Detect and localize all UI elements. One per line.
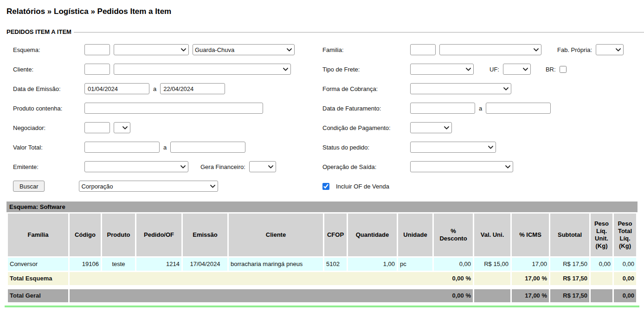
total-geral-desconto: 0,00 % — [70, 289, 473, 302]
gera-financeiro-select[interactable] — [249, 161, 276, 172]
operacao-saida-select[interactable] — [410, 161, 513, 172]
total-esquema-label: Total Esquema — [8, 272, 68, 285]
column-header-quantidade: Quantidade — [348, 214, 397, 256]
tipo-frete-select[interactable] — [410, 64, 474, 75]
esquema-sub-select-wrap: Guarda-Chuva — [193, 44, 295, 55]
cliente-label: Cliente: — [13, 66, 81, 73]
buscar-button[interactable]: Buscar — [13, 181, 45, 192]
column-header-subtotal: Subtotal — [550, 214, 589, 256]
negociador-label: Negociador: — [13, 124, 81, 131]
filter-row-produto-contenha: Produto contenha: — [13, 98, 315, 118]
filter-row-emitente: Emitente: Gera Financeiro: — [13, 157, 315, 176]
filter-row-data-emissao: Data de Emissão: a — [13, 79, 315, 98]
column-header-peso-total-liq: Peso Total Líq. (Kg) — [614, 214, 636, 256]
column-header-desconto: % Desconto — [434, 214, 473, 256]
produto-contenha-label: Produto contenha: — [13, 105, 81, 112]
cell-desconto: 0,00 — [434, 258, 473, 271]
esquema-sub-select[interactable]: Guarda-Chuva — [193, 44, 295, 55]
status-pedido-label: Status do pedido: — [322, 144, 406, 151]
familia-code-input[interactable] — [410, 44, 436, 55]
column-header-row: Família Código Produto Pedido/OF Emissão… — [8, 214, 636, 256]
status-pedido-select[interactable] — [410, 142, 496, 153]
cell-peso-total-liq: 0,00 — [614, 258, 636, 271]
incluir-of-label: Incluir OF de Venda — [336, 183, 389, 190]
data-emissao-from-input[interactable] — [84, 83, 149, 94]
filter-row-forma-cobranca: Forma de Cobrança: — [322, 79, 639, 98]
section-title: PEDIDOS ITEM A ITEM — [6, 28, 71, 35]
corporacao-select-wrap: Corporação — [79, 181, 218, 192]
emitente-select[interactable] — [84, 161, 188, 172]
total-esquema-row: Total Esquema 0,00 % 17,00 % R$ 17,50 0,… — [8, 272, 636, 285]
cell-icms: 17,00 — [512, 258, 549, 271]
fab-propria-select-wrap — [596, 44, 624, 55]
column-header-codigo: Código — [70, 214, 101, 256]
filter-row-status-pedido: Status do pedido: — [322, 137, 639, 157]
range-connector: a — [163, 144, 167, 151]
total-geral-valuni-empty — [474, 289, 510, 302]
cell-val-uni: R$ 15,00 — [474, 258, 510, 271]
esquema-select[interactable] — [114, 44, 189, 55]
total-geral-table: Total Geral 0,00 % 17,00 % R$ 17,50 0,00 — [6, 288, 638, 304]
table-row: Conversor 19106 teste 1214 17/04/2024 bo… — [8, 258, 636, 271]
breadcrumb: Relatórios » Logística » Pedidos Item a … — [6, 6, 638, 16]
filter-row-esquema: Esquema: Guarda-Chuva — [13, 40, 315, 59]
negociador-code-input[interactable] — [84, 122, 110, 133]
column-header-produto: Produto — [102, 214, 135, 256]
cell-unidade: pc — [398, 258, 432, 271]
negociador-select-wrap — [114, 122, 130, 133]
column-header-icms: % ICMS — [512, 214, 549, 256]
br-checkbox[interactable] — [560, 66, 567, 73]
total-esquema-subtotal: R$ 17,50 — [550, 272, 589, 285]
forma-cobranca-select[interactable] — [410, 83, 511, 94]
cell-peso-liq-unit: 0,00 — [591, 258, 612, 271]
total-geral-peso-unit-empty — [591, 289, 612, 302]
fab-propria-label: Fab. Própria: — [557, 46, 592, 53]
condicao-pagamento-select[interactable] — [410, 122, 452, 133]
column-header-emissao: Emissão — [183, 214, 227, 256]
operacao-saida-label: Operação de Saída: — [322, 163, 406, 170]
cell-emissao: 17/04/2024 — [183, 258, 227, 271]
status-pedido-select-wrap — [410, 142, 496, 153]
produto-contenha-input[interactable] — [84, 103, 263, 114]
column-header-unidade: Unidade — [398, 214, 432, 256]
cell-produto: teste — [102, 258, 135, 271]
cliente-select[interactable] — [114, 64, 291, 75]
data-faturamento-from-input[interactable] — [410, 103, 475, 114]
report-section: Esquema: Software Família Código Produto… — [6, 202, 638, 304]
uf-label: UF: — [489, 66, 499, 73]
valor-total-to-input[interactable] — [170, 142, 245, 153]
filters-right-column: Familia: Fab. Própria: Tipo de Frete: UF… — [322, 40, 639, 196]
esquema-label: Esquema: — [13, 46, 81, 53]
filter-row-operacao-saida: Operação de Saída: — [322, 157, 639, 176]
filter-row-condicao-pagamento: Condição de Pagamento: — [322, 118, 639, 137]
data-emissao-to-input[interactable] — [160, 83, 225, 94]
cliente-code-input[interactable] — [84, 64, 110, 75]
valor-total-from-input[interactable] — [84, 142, 160, 153]
cell-pedido-of: 1214 — [136, 258, 181, 271]
column-header-cfop: CFOP — [324, 214, 347, 256]
filter-row-valor-total: Valor Total: a — [13, 137, 315, 157]
esquema-select-wrap — [114, 44, 189, 55]
column-header-pedido-of: Pedido/OF — [136, 214, 181, 256]
column-header-peso-liq-unit: Peso Líq. Unit. (Kg) — [591, 214, 612, 256]
column-header-val-uni: Val. Uni. — [474, 214, 510, 256]
esquema-code-input[interactable] — [84, 44, 110, 55]
familia-label: Familia: — [322, 46, 406, 53]
range-connector: a — [479, 105, 482, 112]
filter-row-familia: Familia: Fab. Própria: — [322, 40, 639, 59]
incluir-of-checkbox[interactable] — [322, 183, 329, 190]
negociador-select[interactable] — [114, 122, 130, 133]
corporacao-select[interactable]: Corporação — [79, 181, 218, 192]
familia-select[interactable] — [439, 44, 541, 55]
total-geral-label: Total Geral — [8, 289, 68, 302]
familia-select-wrap — [439, 44, 541, 55]
uf-select[interactable] — [503, 64, 531, 75]
tipo-frete-label: Tipo de Frete: — [322, 66, 406, 73]
cell-cfop: 5102 — [324, 258, 347, 271]
emitente-label: Emitente: — [13, 163, 81, 170]
data-faturamento-to-input[interactable] — [486, 103, 551, 114]
report-table: Família Código Produto Pedido/OF Emissão… — [6, 212, 638, 286]
fab-propria-select[interactable] — [596, 44, 624, 55]
forma-cobranca-select-wrap — [410, 83, 511, 94]
filter-row-tipo-frete: Tipo de Frete: UF: BR: — [322, 59, 639, 79]
